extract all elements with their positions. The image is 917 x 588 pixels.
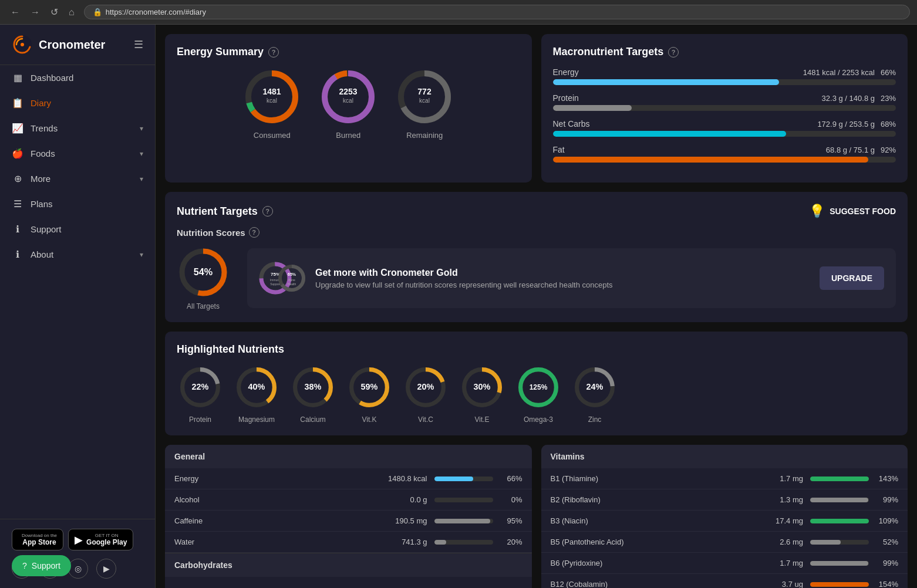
sidebar-item-label: Trends xyxy=(31,123,58,133)
row-bar-b3 xyxy=(810,519,869,523)
sidebar-item-plans[interactable]: ☰ Plans xyxy=(0,191,155,217)
nutrient-donut-zinc: 24% xyxy=(571,364,618,411)
lightbulb-icon: 💡 xyxy=(809,204,825,219)
nutrient-circle-zinc: 24% Zinc xyxy=(571,364,618,424)
nutrient-circle-protein: 22% Protein xyxy=(177,364,224,424)
svg-text:Bone: Bone xyxy=(288,278,295,282)
diary-icon: 📋 xyxy=(12,97,23,109)
app-store-line2: App Store xyxy=(22,538,57,546)
macro-values-energy: 1481 kcal / 2253 kcal 66% xyxy=(803,67,896,77)
macro-pct-protein: 23% xyxy=(881,94,896,103)
row-bar-fill-b6 xyxy=(810,561,868,566)
nutrient-targets-title: Nutrient Targets ? xyxy=(177,205,273,218)
sidebar-item-label: Support xyxy=(31,224,62,234)
row-bar-fill-caffeine xyxy=(434,519,490,523)
upgrade-banner: 75% Immune Support 65% Bone Health Get xyxy=(247,248,896,308)
google-play-text: GET IT ON Google Play xyxy=(86,533,127,546)
macro-pct-fat: 92% xyxy=(881,146,896,154)
nutrient-targets-info-icon[interactable]: ? xyxy=(262,206,273,217)
macro-pct-energy: 66% xyxy=(881,68,896,77)
general-table-header: General xyxy=(165,445,532,468)
refresh-button[interactable]: ↺ xyxy=(47,5,62,19)
main-content: Energy Summary ? 1481 kcal xyxy=(156,25,917,588)
row-pct-water: 20% xyxy=(499,538,522,546)
support-floating-button[interactable]: ? Support xyxy=(12,555,71,576)
macronutrient-info-icon[interactable]: ? xyxy=(668,47,679,58)
nutrient-targets-header: Nutrient Targets ? 💡 SUGGEST FOOD xyxy=(177,204,896,219)
nutrient-circle-vitk: 59% Vit.K xyxy=(346,364,393,424)
app-store-line1: Download on the xyxy=(22,533,57,538)
svg-point-1 xyxy=(21,43,24,46)
nutrient-donut-omega3: 125% xyxy=(515,364,562,411)
sidebar-item-label: Dashboard xyxy=(31,73,73,83)
macro-row-protein: Protein 32.3 g / 140.8 g 23% xyxy=(553,93,896,111)
support-icon: ℹ xyxy=(12,224,23,235)
nutrient-circle-vite: 30% Vit.E xyxy=(458,364,505,424)
nutrient-donut-vitk: 59% xyxy=(346,364,393,411)
url-text: https://cronometer.com/#diary xyxy=(106,8,901,16)
macro-amount-protein: 32.3 g / 140.8 g xyxy=(822,94,875,103)
macronutrient-targets-card: Macronutrient Targets ? Energy 1481 kcal… xyxy=(541,34,908,183)
macro-name-energy: Energy xyxy=(553,67,579,77)
energy-summary-info-icon[interactable]: ? xyxy=(268,47,279,58)
energy-summary-title: Energy Summary ? xyxy=(177,46,520,58)
macro-header-netcarbs: Net Carbs 172.9 g / 253.5 g 68% xyxy=(553,119,896,129)
youtube-link[interactable]: ▶ xyxy=(96,559,116,579)
all-targets-donut: 54% xyxy=(177,246,230,299)
row-pct-energy: 66% xyxy=(499,474,522,483)
svg-text:24%: 24% xyxy=(586,382,604,391)
app-store-button[interactable]: Download on the App Store xyxy=(12,529,63,550)
all-targets-circle: 54% All Targets xyxy=(177,246,230,310)
trends-icon: 📈 xyxy=(12,123,23,134)
macro-name-netcarbs: Net Carbs xyxy=(553,119,590,129)
row-name-b12: B12 (Cobalamin) xyxy=(551,580,751,588)
nutrition-scores-title: Nutrition Scores ? xyxy=(177,227,896,238)
row-amount-b12: 3.7 ug xyxy=(750,580,803,588)
table-row-energy: Energy 1480.8 kcal 66% xyxy=(165,468,532,489)
upgrade-text: Get more with Cronometer Gold Upgrade to… xyxy=(315,268,810,289)
app-container: Cronometer ☰ ▦ Dashboard 📋 Diary 📈 Trend… xyxy=(0,25,917,588)
carbohydrates-header: Carbohydrates xyxy=(165,553,532,577)
row-pct-b6: 99% xyxy=(875,559,898,567)
upgrade-subtitle: Upgrade to view full set of nutrition sc… xyxy=(315,281,810,289)
nutrient-label-vitc: Vit.C xyxy=(418,415,433,424)
svg-text:65%: 65% xyxy=(288,272,296,276)
sidebar-item-label: Plans xyxy=(31,199,53,209)
instagram-link[interactable]: ◎ xyxy=(68,559,88,579)
row-bar-caffeine xyxy=(434,519,493,523)
address-bar[interactable]: 🔒 https://cronometer.com/#diary xyxy=(84,5,910,19)
macro-bar-protein xyxy=(553,105,896,111)
suggest-food-button[interactable]: 💡 SUGGEST FOOD xyxy=(809,204,896,219)
forward-button[interactable]: → xyxy=(27,6,43,19)
macro-pct-netcarbs: 68% xyxy=(881,120,896,129)
sidebar-item-diary[interactable]: 📋 Diary xyxy=(0,90,155,116)
sidebar-item-support[interactable]: ℹ Support xyxy=(0,217,155,242)
google-play-button[interactable]: ▶ GET IT ON Google Play xyxy=(68,529,133,550)
macronutrient-title: Macronutrient Targets ? xyxy=(553,46,896,58)
macro-amount-energy: 1481 kcal / 2253 kcal xyxy=(803,68,875,77)
logo-text: Cronometer xyxy=(39,38,105,52)
sidebar-item-about[interactable]: ℹ About ▾ xyxy=(0,242,155,267)
macro-bar-netcarbs xyxy=(553,131,896,137)
sidebar-item-dashboard[interactable]: ▦ Dashboard xyxy=(0,65,155,90)
nutrient-label-protein: Protein xyxy=(189,415,211,424)
back-button[interactable]: ← xyxy=(7,6,23,19)
row-bar-fill-b3 xyxy=(810,519,869,523)
highlighted-nutrients-title: Highlighted Nutrients xyxy=(177,343,896,356)
row-bar-b5 xyxy=(810,540,869,545)
macro-bar-fill-energy xyxy=(553,79,780,85)
sidebar-item-foods[interactable]: 🍎 Foods ▾ xyxy=(0,141,155,166)
sidebar-item-trends[interactable]: 📈 Trends ▾ xyxy=(0,116,155,141)
nutrition-scores-info-icon[interactable]: ? xyxy=(249,227,259,238)
nutrient-circles-row: 22% Protein 40% Magnesium xyxy=(177,364,896,424)
nutrient-label-vitk: Vit.K xyxy=(362,415,376,424)
row-bar-fill-b2 xyxy=(810,498,868,502)
plans-icon: ☰ xyxy=(12,198,23,209)
hamburger-button[interactable]: ☰ xyxy=(134,38,143,51)
home-button[interactable]: ⌂ xyxy=(65,6,78,19)
burned-circle-item: 2253 kcal Burned xyxy=(319,67,377,140)
sidebar-item-more[interactable]: ⊕ More ▾ xyxy=(0,166,155,191)
row-name-b6: B6 (Pyridoxine) xyxy=(551,559,751,567)
macro-name-protein: Protein xyxy=(553,93,579,103)
upgrade-button[interactable]: UPGRADE xyxy=(820,266,884,290)
